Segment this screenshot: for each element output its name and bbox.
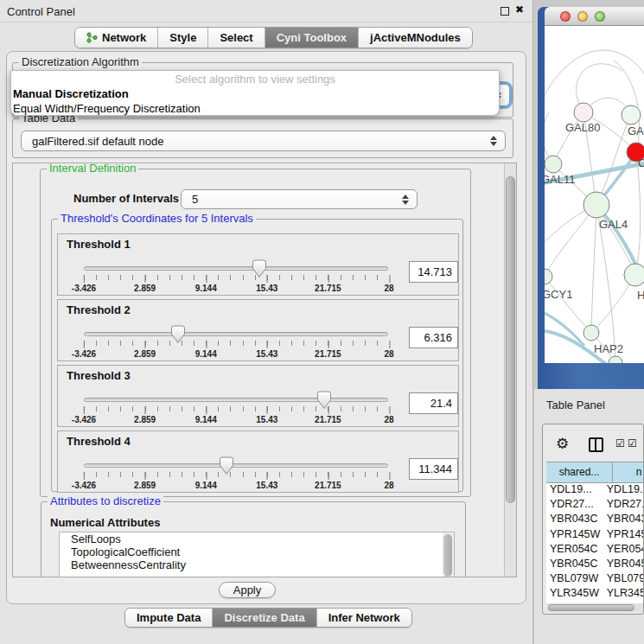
network-window-titlebar[interactable] bbox=[545, 7, 644, 26]
node-right[interactable] bbox=[624, 264, 644, 286]
node-label-gcy1: GCY1 bbox=[545, 288, 572, 301]
cell-name[interactable]: YLR345W bbox=[602, 587, 644, 602]
cell-name[interactable]: YBR043C bbox=[602, 513, 644, 527]
scale-tick-label: 28 bbox=[384, 349, 393, 359]
node-gal4[interactable] bbox=[583, 192, 609, 218]
table-row[interactable]: YPR145W YPR145W bbox=[546, 528, 644, 543]
algorithm-option-manual[interactable]: Manual Discretization bbox=[11, 86, 499, 101]
column-header-name[interactable]: n bbox=[613, 462, 644, 483]
checkbox-icon[interactable]: ☑ bbox=[615, 437, 625, 450]
tab-cyni-toolbox[interactable]: Cyni Toolbox bbox=[265, 28, 359, 48]
checkbox-icon[interactable]: ☑ bbox=[628, 437, 637, 450]
thresholds-group-title: Threshold's Coordinates for 5 Intervals bbox=[58, 213, 256, 225]
scrollbar-thumb[interactable] bbox=[548, 604, 634, 611]
slider-thumb[interactable] bbox=[219, 456, 234, 475]
cell-shared-name[interactable]: YBR043C bbox=[546, 513, 602, 527]
control-panel-title: Control Panel bbox=[7, 5, 75, 18]
numerical-attributes-list[interactable]: SelfLoopsTopologicalCoefficientBetweenne… bbox=[59, 532, 455, 577]
network-view-window[interactable]: GAL80 GA C GAL11 GAL4 GCY1 H HAP2 bbox=[538, 7, 644, 389]
network-canvas[interactable]: GAL80 GA C GAL11 GAL4 GCY1 H HAP2 bbox=[545, 26, 644, 363]
tab-select[interactable]: Select bbox=[208, 28, 265, 48]
slider-ticks bbox=[84, 341, 389, 346]
table-data-combo[interactable]: galFiltered.sif default node bbox=[21, 131, 506, 151]
slider-thumb[interactable] bbox=[252, 259, 267, 278]
float-window-icon[interactable] bbox=[501, 7, 509, 16]
slider-scale: -3.4262.8599.14415.4321.71528 bbox=[84, 413, 389, 424]
slider-track[interactable] bbox=[84, 332, 388, 336]
table-row[interactable]: YBR045C YBR045C bbox=[546, 558, 644, 572]
cell-name[interactable]: YPR145W bbox=[602, 528, 644, 543]
tab-impute-data[interactable]: Impute Data bbox=[125, 609, 213, 627]
threshold-value-field[interactable]: 21.4 bbox=[409, 392, 458, 414]
node-hap2[interactable] bbox=[583, 325, 599, 341]
scale-tick-label: 9.144 bbox=[195, 284, 217, 293]
table-row[interactable]: YDL19... YDL19... bbox=[546, 483, 644, 498]
close-traffic-light-icon[interactable] bbox=[560, 11, 571, 22]
zoom-traffic-light-icon[interactable] bbox=[595, 11, 605, 22]
node-table[interactable]: YDL19... YDL19... YDR27... YDR27... YBR0… bbox=[546, 483, 644, 603]
settings-vertical-scrollbar[interactable] bbox=[504, 163, 516, 577]
slider-scale: -3.4262.8599.14415.4321.71528 bbox=[84, 479, 389, 490]
slider-scale: -3.4262.8599.14415.4321.71528 bbox=[84, 348, 389, 359]
cell-name[interactable]: YBL079W bbox=[602, 572, 644, 587]
cell-shared-name[interactable]: YER054C bbox=[546, 543, 602, 558]
column-header-shared-name[interactable]: shared... bbox=[546, 462, 613, 483]
slider-thumb[interactable] bbox=[170, 325, 186, 344]
node-gal80[interactable] bbox=[574, 103, 593, 122]
slider-track[interactable] bbox=[84, 398, 388, 402]
slider-track[interactable] bbox=[84, 463, 388, 468]
slider-ticks bbox=[84, 275, 389, 280]
slider-ticks bbox=[84, 472, 389, 477]
cell-shared-name[interactable]: YPR145W bbox=[546, 528, 602, 543]
table-data-combo-value: galFiltered.sif default node bbox=[32, 135, 163, 148]
algorithm-option-equal-width[interactable]: Equal Width/Frequency Discretization bbox=[11, 101, 499, 116]
cell-shared-name[interactable]: YBR045C bbox=[546, 558, 602, 572]
minimize-traffic-light-icon[interactable] bbox=[577, 11, 588, 22]
tab-discretize-data[interactable]: Discretize Data bbox=[213, 609, 316, 627]
slider-track[interactable] bbox=[84, 266, 388, 271]
table-row[interactable]: YDR27... YDR27... bbox=[546, 498, 644, 513]
tab-infer-network[interactable]: Infer Network bbox=[317, 609, 411, 627]
node-gcy1[interactable] bbox=[545, 269, 552, 284]
tab-network[interactable]: Network bbox=[75, 28, 158, 48]
cell-shared-name[interactable]: YLR345W bbox=[546, 587, 602, 602]
cell-name[interactable]: YER054C bbox=[602, 543, 644, 558]
attribute-list-item[interactable]: TopologicalCoefficient bbox=[60, 545, 454, 558]
settings-scroll-viewport: Interval Definition Number of Intervals … bbox=[12, 163, 517, 577]
scale-tick-label: 21.715 bbox=[315, 349, 341, 359]
apply-button[interactable]: Apply bbox=[219, 582, 276, 598]
scrollbar-thumb[interactable] bbox=[443, 534, 452, 577]
node-gal11[interactable] bbox=[545, 156, 562, 173]
scrollbar-thumb[interactable] bbox=[506, 176, 515, 503]
cell-shared-name[interactable]: YBL079W bbox=[546, 572, 602, 587]
number-of-intervals-combo[interactable]: 5 bbox=[181, 189, 418, 209]
scale-tick-label: 28 bbox=[384, 415, 393, 424]
table-horizontal-scrollbar[interactable] bbox=[546, 603, 644, 612]
slider-thumb[interactable] bbox=[316, 391, 332, 410]
attributes-list-scrollbar[interactable] bbox=[443, 532, 454, 577]
cell-shared-name[interactable]: YDL19... bbox=[546, 483, 602, 498]
threshold-label: Threshold 3 bbox=[67, 369, 131, 382]
column-layout-icon[interactable] bbox=[589, 437, 603, 452]
attribute-list-item[interactable]: BetweennessCentrality bbox=[60, 558, 454, 571]
cell-name[interactable]: YDL19... bbox=[602, 483, 644, 498]
close-icon[interactable]: ✖ bbox=[515, 3, 524, 16]
scale-tick-label: 2.859 bbox=[134, 284, 156, 293]
attribute-list-item[interactable]: SelfLoops bbox=[60, 532, 454, 545]
threshold-value-field[interactable]: 14.713 bbox=[409, 261, 458, 283]
tab-jactivemnodules[interactable]: jActiveMNodules bbox=[359, 28, 472, 48]
cell-name[interactable]: YBR045C bbox=[602, 558, 644, 572]
cell-name[interactable]: YDR27... bbox=[602, 498, 644, 513]
table-row[interactable]: YBR043C YBR043C bbox=[546, 513, 644, 527]
threshold-value-field[interactable]: 6.316 bbox=[409, 327, 458, 348]
table-row[interactable]: YER054C YER054C bbox=[546, 543, 644, 558]
node-bottom[interactable] bbox=[609, 356, 622, 363]
cell-shared-name[interactable]: YDR27... bbox=[546, 498, 602, 513]
scale-tick-label: -3.426 bbox=[72, 284, 96, 293]
table-row[interactable]: YBL079W YBL079W bbox=[546, 572, 644, 587]
gear-icon[interactable]: ⚙ bbox=[556, 435, 569, 452]
tab-style[interactable]: Style bbox=[158, 28, 208, 48]
threshold-value-field[interactable]: 11.344 bbox=[409, 458, 458, 480]
table-row[interactable]: YLR345W YLR345W bbox=[546, 587, 644, 602]
node-top-right[interactable] bbox=[622, 105, 641, 124]
